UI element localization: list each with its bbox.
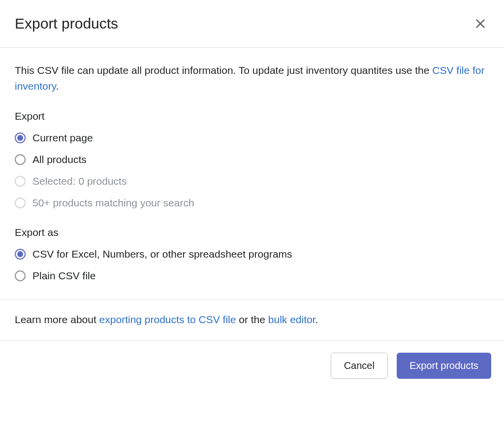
radio-label: Plain CSV file: [32, 270, 95, 282]
radio-plain-csv[interactable]: Plain CSV file: [15, 270, 489, 282]
radio-icon: [15, 176, 26, 187]
modal-title: Export products: [15, 15, 118, 32]
learn-more-middle: or the: [236, 314, 268, 325]
export-products-button[interactable]: Export products: [397, 353, 491, 379]
radio-icon: [15, 249, 26, 260]
radio-icon: [15, 270, 26, 281]
radio-selected-products: Selected: 0 products: [15, 175, 489, 187]
export-format-group: Export as CSV for Excel, Numbers, or oth…: [15, 227, 489, 282]
modal-header: Export products: [0, 0, 504, 48]
radio-current-page[interactable]: Current page: [15, 132, 489, 144]
radio-matching-search: 50+ products matching your search: [15, 197, 489, 209]
export-scope-group: Export Current page All products Selecte…: [15, 110, 489, 209]
bulk-editor-link[interactable]: bulk editor: [268, 314, 315, 325]
radio-icon: [15, 133, 26, 143]
radio-icon: [15, 154, 26, 165]
radio-label: Selected: 0 products: [32, 175, 126, 187]
radio-label: 50+ products matching your search: [32, 197, 194, 209]
modal-body: This CSV file can update all product inf…: [0, 48, 504, 299]
radio-label: CSV for Excel, Numbers, or other spreads…: [32, 248, 292, 260]
radio-icon: [15, 198, 26, 208]
description-suffix: .: [56, 80, 59, 92]
description-text: This CSV file can update all product inf…: [15, 63, 489, 94]
description-prefix: This CSV file can update all product inf…: [15, 65, 432, 76]
close-icon: [473, 17, 487, 31]
radio-label: Current page: [32, 132, 93, 144]
learn-more-section: Learn more about exporting products to C…: [0, 299, 504, 340]
close-button[interactable]: [472, 15, 489, 33]
cancel-button[interactable]: Cancel: [331, 353, 388, 379]
export-section-label: Export: [15, 110, 489, 122]
radio-csv-excel[interactable]: CSV for Excel, Numbers, or other spreads…: [15, 248, 489, 260]
export-products-modal: Export products This CSV file can update…: [0, 0, 504, 431]
radio-all-products[interactable]: All products: [15, 154, 489, 166]
export-as-section-label: Export as: [15, 227, 489, 238]
learn-more-prefix: Learn more about: [15, 314, 99, 325]
radio-label: All products: [32, 154, 87, 166]
exporting-products-link[interactable]: exporting products to CSV file: [99, 314, 236, 325]
modal-footer: Cancel Export products: [0, 340, 504, 391]
learn-more-suffix: .: [315, 314, 318, 325]
